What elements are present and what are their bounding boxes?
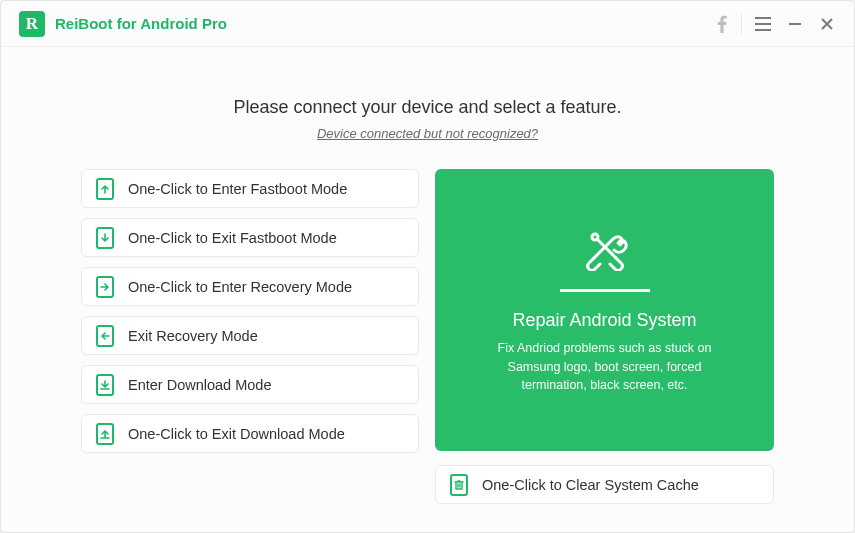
hero-divider (560, 289, 650, 292)
hero-description: Fix Andriod problems such as stuck on Sa… (475, 339, 734, 395)
close-button[interactable] (812, 9, 842, 39)
option-label: One-Click to Exit Download Mode (128, 426, 345, 442)
feature-grid: One-Click to Enter Fastboot Mode One-Cli… (81, 169, 774, 504)
clear-cache-button[interactable]: One-Click to Clear System Cache (435, 465, 774, 504)
exit-recovery-button[interactable]: Exit Recovery Mode (81, 316, 419, 355)
logo-letter: R (26, 14, 38, 34)
phone-trash-icon (450, 474, 468, 496)
exit-download-button[interactable]: One-Click to Exit Download Mode (81, 414, 419, 453)
help-link[interactable]: Device connected but not recognized? (81, 126, 774, 141)
option-label: Enter Download Mode (128, 377, 271, 393)
enter-fastboot-button[interactable]: One-Click to Enter Fastboot Mode (81, 169, 419, 208)
option-label: One-Click to Exit Fastboot Mode (128, 230, 337, 246)
exit-fastboot-button[interactable]: One-Click to Exit Fastboot Mode (81, 218, 419, 257)
tools-icon (579, 225, 631, 275)
app-title: ReiBoot for Android Pro (55, 15, 227, 32)
right-column: Repair Android System Fix Andriod proble… (435, 169, 774, 504)
titlebar: R ReiBoot for Android Pro (1, 1, 854, 47)
main-content: Please connect your device and select a … (1, 47, 854, 532)
page-heading: Please connect your device and select a … (81, 97, 774, 118)
facebook-icon[interactable] (707, 9, 737, 39)
svg-point-0 (592, 234, 598, 240)
phone-download-icon (96, 374, 114, 396)
enter-recovery-button[interactable]: One-Click to Enter Recovery Mode (81, 267, 419, 306)
phone-upload-icon (96, 423, 114, 445)
phone-up-arrow-icon (96, 178, 114, 200)
menu-icon[interactable] (748, 9, 778, 39)
hero-title: Repair Android System (512, 310, 696, 331)
feature-list: One-Click to Enter Fastboot Mode One-Cli… (81, 169, 419, 504)
enter-download-button[interactable]: Enter Download Mode (81, 365, 419, 404)
repair-android-button[interactable]: Repair Android System Fix Andriod proble… (435, 169, 774, 451)
phone-left-arrow-icon (96, 325, 114, 347)
app-window: R ReiBoot for Android Pro Please connect… (0, 0, 855, 533)
option-label: One-Click to Enter Recovery Mode (128, 279, 352, 295)
option-label: One-Click to Clear System Cache (482, 477, 699, 493)
minimize-button[interactable] (780, 9, 810, 39)
option-label: One-Click to Enter Fastboot Mode (128, 181, 347, 197)
phone-right-arrow-icon (96, 276, 114, 298)
titlebar-divider (741, 14, 742, 34)
app-logo: R (19, 11, 45, 37)
phone-down-arrow-icon (96, 227, 114, 249)
option-label: Exit Recovery Mode (128, 328, 258, 344)
